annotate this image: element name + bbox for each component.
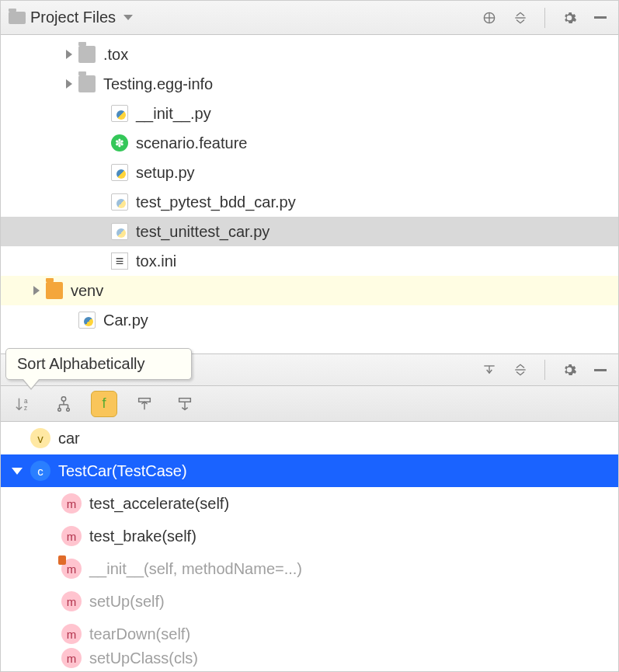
expand-arrow-icon[interactable] — [33, 286, 40, 295]
svg-text:z: z — [24, 405, 27, 412]
structure-row[interactable]: vcar — [1, 422, 618, 454]
file-label: test_unittest_car.py — [136, 223, 270, 241]
python-file-icon — [111, 223, 128, 240]
folder-icon — [9, 12, 26, 24]
structure-label: car — [58, 430, 80, 447]
view-selector[interactable]: Project Files — [9, 9, 133, 26]
method-badge-icon: m — [61, 648, 82, 668]
separator — [544, 360, 545, 380]
structure-row[interactable]: cTestCar(TestCase) — [1, 454, 618, 487]
class-badge-icon: c — [30, 461, 50, 481]
method-badge-icon: m — [61, 624, 82, 644]
sort-alphabetically-button[interactable]: az — [10, 391, 37, 417]
project-toolbar: Project Files — [1, 1, 618, 35]
structure-row[interactable]: msetUp(self) — [1, 585, 618, 618]
file-label: test_pytest_bdd_car.py — [136, 193, 296, 211]
project-tree-row[interactable]: setup.py — [1, 158, 618, 187]
python-file-icon — [111, 164, 128, 181]
project-tree[interactable]: .toxTesting.egg-info__init__.pyscenario.… — [1, 35, 618, 353]
python-file-icon — [111, 105, 128, 122]
structure-row[interactable]: msetUpClass(cls) — [1, 650, 618, 666]
svg-point-16 — [67, 408, 70, 411]
structure-tree[interactable]: vcarcTestCar(TestCase)mtest_accelerate(s… — [1, 422, 618, 666]
file-label: __init__.py — [136, 105, 211, 123]
structure-label: test_accelerate(self) — [89, 495, 229, 513]
folder-icon — [78, 75, 96, 92]
scroll-from-source-button[interactable] — [479, 8, 499, 28]
view-selector-label: Project Files — [30, 9, 116, 26]
method-badge-icon: m — [61, 493, 82, 514]
project-tree-row[interactable]: test_unittest_car.py — [1, 217, 618, 246]
ini-file-icon — [111, 252, 128, 270]
scroll-from-source-structure-button[interactable] — [172, 391, 198, 417]
file-label: venv — [71, 282, 103, 300]
file-label: scenario.feature — [136, 134, 247, 152]
svg-point-15 — [58, 408, 61, 411]
hide-button[interactable] — [590, 8, 610, 28]
collapse-arrow-icon[interactable] — [12, 468, 23, 475]
structure-label: test_brake(self) — [89, 528, 196, 545]
structure-toolbar-lower: az f — [1, 386, 618, 422]
structure-label: setUp(self) — [89, 593, 165, 611]
method-badge-icon: m — [61, 591, 82, 611]
file-label: Testing.egg-info — [103, 75, 213, 93]
show-inherited-button[interactable] — [50, 391, 77, 417]
structure-row[interactable]: mtearDown(self) — [1, 618, 618, 650]
collapse-all-button[interactable] — [510, 8, 530, 28]
project-tree-row[interactable]: test_pytest_bdd_car.py — [1, 187, 618, 217]
project-tree-row[interactable]: tox.ini — [1, 246, 618, 276]
expand-all-button[interactable] — [479, 360, 499, 380]
settings-button[interactable] — [559, 8, 579, 28]
project-tree-row[interactable]: Testing.egg-info — [1, 69, 618, 99]
expand-arrow-icon[interactable] — [66, 50, 72, 59]
project-tree-row[interactable]: scenario.feature — [1, 128, 618, 158]
project-tree-row[interactable]: __init__.py — [1, 99, 618, 128]
method-badge-icon: m — [61, 559, 82, 579]
svg-text:a: a — [24, 398, 28, 405]
project-tree-row[interactable]: Car.py — [1, 305, 618, 335]
structure-label: tearDown(self) — [89, 625, 190, 643]
file-label: setup.py — [136, 164, 195, 182]
minimize-icon — [594, 369, 607, 371]
file-label: Car.py — [103, 312, 148, 329]
structure-hide-button[interactable] — [590, 360, 610, 380]
project-tree-row[interactable]: .tox — [1, 40, 618, 69]
structure-label: setUpClass(cls) — [89, 649, 198, 667]
project-tree-row[interactable]: venv — [1, 276, 618, 305]
structure-row[interactable]: mtest_brake(self) — [1, 520, 618, 552]
expand-arrow-icon[interactable] — [66, 79, 72, 89]
show-fields-button[interactable]: f — [91, 391, 117, 417]
separator — [544, 8, 545, 28]
folder-icon — [46, 282, 63, 299]
file-label: .tox — [103, 46, 128, 64]
svg-rect-19 — [179, 398, 191, 402]
python-file-icon — [78, 312, 96, 329]
method-badge-icon: m — [61, 526, 82, 546]
minimize-icon — [594, 16, 607, 19]
chevron-down-icon — [123, 15, 133, 20]
lock-icon — [58, 555, 66, 565]
folder-icon — [78, 46, 96, 63]
collapse-all-structure-button[interactable] — [510, 360, 530, 380]
file-label: tox.ini — [136, 252, 176, 270]
svg-point-10 — [61, 396, 66, 400]
feature-file-icon — [111, 134, 128, 151]
structure-row[interactable]: m__init__(self, methodName=...) — [1, 552, 618, 585]
tooltip: Sort Alphabetically — [5, 348, 192, 380]
structure-toolbar-upper: Sort Alphabetically — [1, 353, 618, 386]
structure-label: TestCar(TestCase) — [58, 462, 187, 480]
python-file-icon — [111, 193, 128, 211]
variable-badge-icon: v — [30, 428, 50, 448]
structure-label: __init__(self, methodName=...) — [89, 560, 302, 578]
structure-row[interactable]: mtest_accelerate(self) — [1, 487, 618, 520]
scroll-to-source-button[interactable] — [131, 391, 158, 417]
letter-f-icon: f — [102, 395, 106, 412]
structure-settings-button[interactable] — [559, 360, 579, 380]
